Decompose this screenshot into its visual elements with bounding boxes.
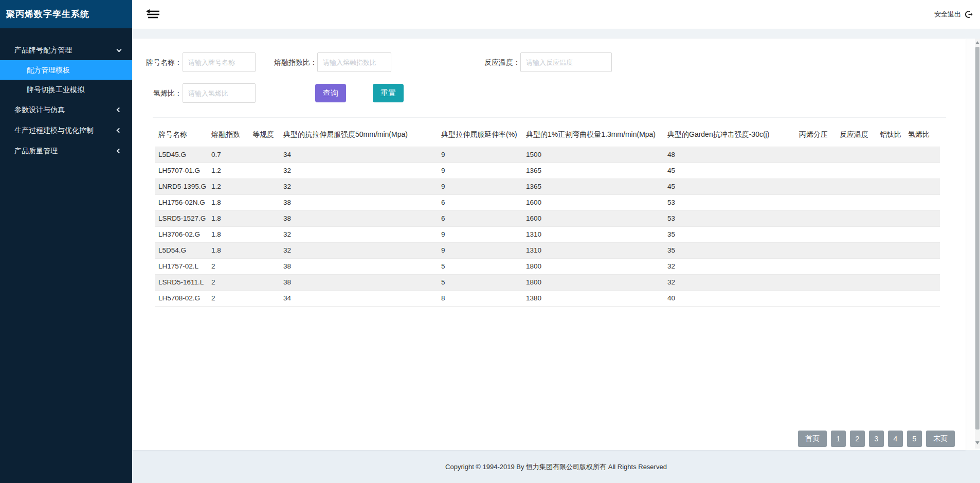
table-cell <box>249 242 280 258</box>
table-cell <box>836 194 876 210</box>
form-table-divider <box>153 117 946 118</box>
table-cell <box>876 147 904 163</box>
table-cell: LSRD5-1611.L <box>155 274 208 290</box>
pagination-page-button[interactable]: 1 <box>831 431 846 447</box>
column-header: 反应温度 <box>836 123 876 147</box>
table-cell: 0.7 <box>208 147 249 163</box>
table-row: LH1756-02N.G1.8386160053 <box>155 194 940 210</box>
pagination-page-button[interactable]: 5 <box>907 431 922 447</box>
table-cell <box>904 242 940 258</box>
table-cell <box>904 258 940 274</box>
data-table: 牌号名称熔融指数等规度典型的抗拉伸屈服强度50mm/min(Mpa)典型拉伸屈服… <box>155 123 940 307</box>
scrollbar-up-arrow[interactable] <box>975 41 979 44</box>
table-cell <box>795 163 836 178</box>
table-cell: 38 <box>280 210 438 226</box>
table-cell: 38 <box>280 274 438 290</box>
table-row: LH5707-01.G1.2329136545 <box>155 163 940 178</box>
column-header: 典型的Garden抗冲击强度-30c(j) <box>664 123 795 147</box>
table-row: L5D54.G1.8329131035 <box>155 242 940 258</box>
table-cell: 45 <box>664 163 795 178</box>
hydrogen-ethylene-ratio-label: 氢烯比： <box>133 83 182 103</box>
table-cell: L5D45.G <box>155 147 208 163</box>
table-cell <box>904 163 940 178</box>
table-cell: 53 <box>664 194 795 210</box>
table-row: LH5708-02.G2348138040 <box>155 290 940 306</box>
table-cell: 35 <box>664 226 795 242</box>
table-header-row: 牌号名称熔融指数等规度典型的抗拉伸屈服强度50mm/min(Mpa)典型拉伸屈服… <box>155 123 940 147</box>
table-cell <box>904 290 940 306</box>
table-cell <box>836 290 876 306</box>
table-cell: 2 <box>208 290 249 306</box>
table-cell: 1.8 <box>208 210 249 226</box>
pagination-last-button[interactable]: 末页 <box>926 431 955 447</box>
table-row: LSRD5-1527.G1.8386160053 <box>155 210 940 226</box>
table-cell <box>795 210 836 226</box>
chevron-left-icon <box>117 149 122 154</box>
table-cell <box>795 258 836 274</box>
scrollbar-down-arrow[interactable] <box>975 441 979 444</box>
brand-name-input[interactable] <box>183 52 256 72</box>
sidebar-toggle-button[interactable] <box>146 8 161 21</box>
table-cell <box>795 290 836 306</box>
table-cell <box>904 210 940 226</box>
sidebar-item-parameter-design[interactable]: 参数设计与仿真 <box>0 99 132 120</box>
scrollbar-thumb[interactable] <box>975 47 979 430</box>
sidebar-item-production-modeling[interactable]: 生产过程建模与优化控制 <box>0 120 132 140</box>
table-cell <box>249 258 280 274</box>
melt-index-ratio-input[interactable] <box>317 52 391 72</box>
table-cell <box>249 163 280 178</box>
table-cell <box>876 210 904 226</box>
topbar: 安全退出 <box>132 0 980 28</box>
table-cell: 32 <box>280 178 438 194</box>
table-cell: 1600 <box>522 210 664 226</box>
column-header: 铝钛比 <box>876 123 904 147</box>
hydrogen-ethylene-ratio-input[interactable] <box>183 83 256 103</box>
table-cell <box>876 290 904 306</box>
sidebar-item-product-quality[interactable]: 产品质量管理 <box>0 140 132 161</box>
sidebar-item-brand-switch-simulation[interactable]: 牌号切换工业模拟 <box>0 80 132 99</box>
table-cell <box>876 274 904 290</box>
table-cell <box>836 163 876 178</box>
table-cell: 1.8 <box>208 226 249 242</box>
chevron-left-icon <box>117 108 122 113</box>
table-cell <box>836 147 876 163</box>
table-cell: 32 <box>664 274 795 290</box>
column-header: 典型的1%正割弯曲模量1.3mm/min(Mpa) <box>522 123 664 147</box>
query-button[interactable]: 查询 <box>315 84 346 102</box>
pagination-page-button[interactable]: 2 <box>850 431 865 447</box>
reset-button[interactable]: 重置 <box>373 84 404 102</box>
table-cell: 1310 <box>522 242 664 258</box>
sidebar-item-label: 配方管理模板 <box>27 66 70 74</box>
sidebar-item-recipe-template[interactable]: 配方管理模板 <box>0 60 132 80</box>
pagination-page-button[interactable]: 3 <box>869 431 884 447</box>
table-cell: 32 <box>280 242 438 258</box>
reaction-temperature-input[interactable] <box>520 52 612 72</box>
sidebar-item-product-brand-recipe[interactable]: 产品牌号配方管理 <box>0 40 132 60</box>
logout-button[interactable]: 安全退出 <box>934 0 973 28</box>
logout-label: 安全退出 <box>934 10 961 19</box>
data-table-wrapper: 牌号名称熔融指数等规度典型的抗拉伸屈服强度50mm/min(Mpa)典型拉伸屈服… <box>155 123 940 307</box>
table-cell: 8 <box>438 290 522 306</box>
pagination-first-button[interactable]: 首页 <box>798 431 827 447</box>
table-cell: 1800 <box>522 274 664 290</box>
table-cell: 32 <box>280 163 438 178</box>
sidebar: 聚丙烯数字孪生系统 产品牌号配方管理 配方管理模板 牌号切换工业模拟 参数设计与… <box>0 0 132 483</box>
column-header: 典型拉伸屈服延伸率(%) <box>438 123 522 147</box>
pagination-page-button[interactable]: 4 <box>888 431 903 447</box>
table-cell <box>904 194 940 210</box>
table-cell: 1600 <box>522 194 664 210</box>
pagination: 首页12345末页 <box>798 431 955 447</box>
table-cell: 1500 <box>522 147 664 163</box>
table-cell <box>836 178 876 194</box>
table-row: LH3706-02.G1.8329131035 <box>155 226 940 242</box>
content-background-strip <box>132 29 980 39</box>
chevron-down-icon <box>117 47 122 52</box>
table-cell: 5 <box>438 274 522 290</box>
table-cell: 2 <box>208 258 249 274</box>
table-cell <box>795 274 836 290</box>
table-cell <box>904 178 940 194</box>
table-cell: 48 <box>664 147 795 163</box>
collapse-menu-icon <box>146 8 161 21</box>
table-cell: 1380 <box>522 290 664 306</box>
table-cell: 1.8 <box>208 242 249 258</box>
